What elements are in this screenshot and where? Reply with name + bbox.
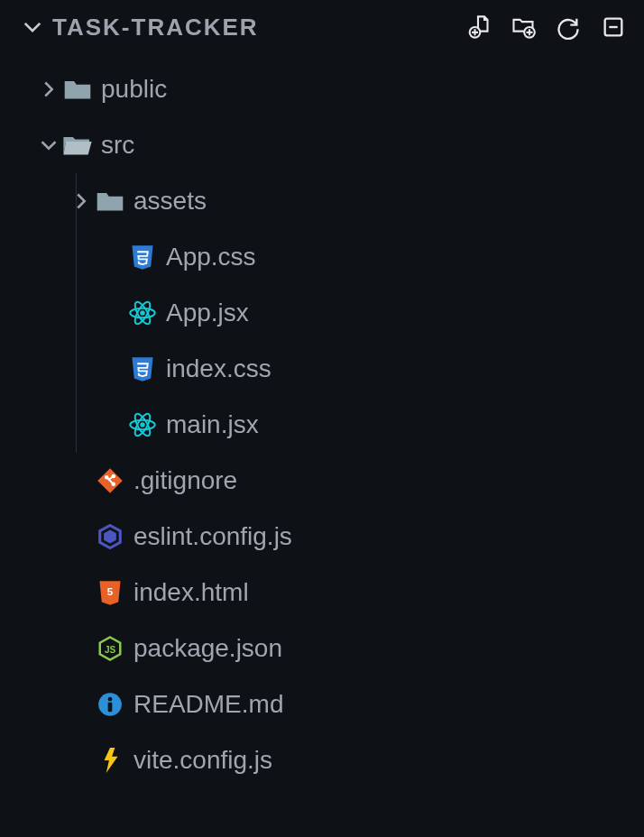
- html-icon: 5: [94, 579, 126, 606]
- file-readme[interactable]: README.md: [0, 676, 644, 732]
- folder-label: src: [101, 131, 134, 160]
- file-label: README.md: [133, 690, 283, 719]
- file-index-css[interactable]: index.css: [0, 341, 644, 397]
- folder-icon: [94, 189, 126, 213]
- svg-rect-18: [108, 703, 113, 713]
- file-label: package.json: [133, 634, 282, 663]
- react-icon: [126, 299, 159, 327]
- chevron-right-icon: [69, 192, 94, 210]
- folder-label: assets: [133, 187, 207, 216]
- folder-label: public: [101, 75, 167, 104]
- new-folder-button[interactable]: [509, 13, 538, 41]
- file-app-jsx[interactable]: App.jsx: [0, 285, 644, 341]
- git-icon: [94, 467, 126, 494]
- chevron-down-icon: [20, 17, 45, 37]
- react-icon: [126, 411, 159, 438]
- svg-point-17: [108, 697, 113, 702]
- explorer-header: TASK-TRACKER: [0, 13, 644, 49]
- file-index-html[interactable]: 5 index.html: [0, 565, 644, 621]
- svg-point-3: [140, 310, 145, 316]
- folder-open-icon: [61, 133, 94, 157]
- file-label: vite.config.js: [133, 746, 272, 775]
- refresh-button[interactable]: [554, 13, 583, 41]
- indent-guide: [76, 173, 77, 229]
- file-gitignore[interactable]: .gitignore: [0, 453, 644, 509]
- chevron-right-icon: [36, 80, 61, 98]
- svg-text:JS: JS: [105, 645, 116, 655]
- folder-public[interactable]: public: [0, 61, 644, 117]
- file-label: .gitignore: [133, 466, 237, 495]
- file-label: index.css: [166, 354, 271, 383]
- explorer-actions: [464, 13, 628, 41]
- folder-src[interactable]: src: [0, 117, 644, 173]
- file-package-json[interactable]: JS package.json: [0, 621, 644, 676]
- file-main-jsx[interactable]: main.jsx: [0, 397, 644, 453]
- file-app-css[interactable]: App.css: [0, 229, 644, 285]
- file-label: eslint.config.js: [133, 522, 292, 551]
- indent-guide: [76, 341, 77, 397]
- folder-assets[interactable]: assets: [0, 173, 644, 229]
- project-root-toggle[interactable]: TASK-TRACKER: [20, 14, 259, 41]
- file-vite-config[interactable]: vite.config.js: [0, 732, 644, 788]
- vite-icon: [94, 747, 126, 774]
- nodejs-icon: JS: [94, 635, 126, 662]
- chevron-down-icon: [36, 136, 61, 154]
- folder-icon: [61, 78, 94, 101]
- file-label: App.css: [166, 243, 256, 271]
- file-tree: public src assets: [0, 49, 644, 788]
- indent-guide: [76, 285, 77, 341]
- file-label: index.html: [133, 578, 249, 607]
- svg-point-7: [140, 422, 145, 428]
- indent-guide: [76, 397, 77, 453]
- info-icon: [94, 692, 126, 717]
- file-label: App.jsx: [166, 299, 249, 327]
- indent-guide: [76, 229, 77, 285]
- css-icon: [126, 355, 159, 382]
- project-title: TASK-TRACKER: [52, 14, 259, 41]
- css-icon: [126, 244, 159, 271]
- file-label: main.jsx: [166, 410, 259, 439]
- svg-text:5: 5: [107, 586, 114, 597]
- file-eslint-config[interactable]: eslint.config.js: [0, 509, 644, 565]
- eslint-icon: [94, 523, 126, 550]
- file-explorer: TASK-TRACKER: [0, 0, 644, 788]
- new-file-button[interactable]: [464, 13, 492, 41]
- collapse-all-button[interactable]: [599, 13, 628, 41]
